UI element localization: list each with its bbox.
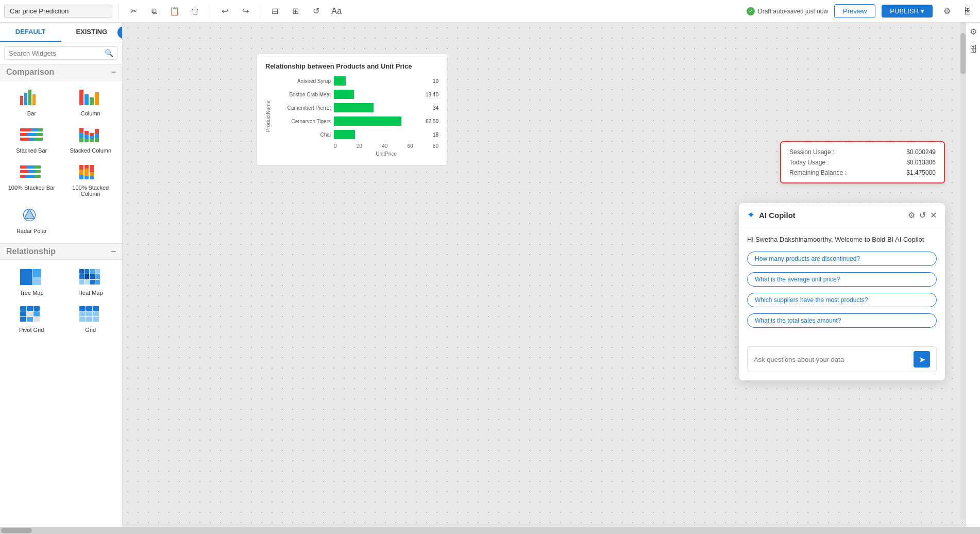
filter-icon[interactable]: ⊟ (266, 3, 283, 20)
column-icon (79, 90, 102, 108)
cut-icon[interactable]: ✂ (125, 3, 142, 20)
widget-100-stacked-column[interactable]: 100% Stacked Column (61, 159, 121, 202)
translate-icon[interactable]: Aa (328, 3, 345, 20)
widget-heatmap[interactable]: Heat Map (61, 264, 121, 301)
pivotgrid-label: Pivot Grid (19, 327, 44, 333)
treemap-label: Tree Map (20, 290, 44, 296)
layout-icon[interactable]: ⊞ (287, 3, 303, 20)
right-panel: ⚙ 🗄 (966, 23, 980, 527)
preview-button[interactable]: Preview (834, 4, 875, 18)
section-comparison: Comparison − (0, 64, 122, 80)
x-tick-2: 40 (382, 143, 387, 149)
widget-treemap[interactable]: Tree Map (2, 264, 61, 301)
auto-saved-text: Draft auto-saved just now (758, 8, 828, 15)
x-tick-1: 20 (357, 143, 362, 149)
ai-refresh-icon[interactable]: ↺ (919, 210, 926, 220)
y-axis-label: ProductName (265, 101, 271, 132)
vertical-scrollbar[interactable] (960, 23, 966, 520)
ai-panel-title: AI Copilot (759, 211, 904, 220)
stacked-bar-icon (20, 127, 43, 145)
bottom-scrollbar[interactable] (0, 527, 980, 534)
canvas-area[interactable]: Relationship between Products and Unit P… (123, 23, 966, 527)
bar-row-aniseed: Aniseed Syrup 10 (274, 76, 438, 86)
widget-bar[interactable]: Bar (2, 85, 61, 122)
divider-3 (260, 4, 260, 19)
bar-fill-0 (334, 76, 346, 86)
bar-label-3: Carnarvon Tigers (274, 119, 331, 124)
tab-existing[interactable]: EXISTING (61, 23, 123, 42)
ai-panel-body: Hi Swetha Dakshinamoorthy, Welcome to Bo… (739, 227, 945, 340)
delete-icon[interactable]: 🗑 (187, 3, 204, 20)
ai-suggestion-3[interactable]: What is the total sales amount? (747, 313, 937, 328)
x-tick-4: 80 (433, 143, 438, 149)
grid-label: Grid (85, 327, 96, 333)
widget-100-stacked-bar[interactable]: 100% Stacked Bar (2, 159, 61, 202)
refresh-icon[interactable]: ↺ (308, 3, 324, 20)
widget-pivotgrid[interactable]: Pivot Grid (2, 301, 61, 338)
comparison-collapse-icon[interactable]: − (111, 68, 116, 77)
pivotgrid-icon (20, 306, 43, 325)
ai-suggestion-1[interactable]: What is the average unit price? (747, 272, 937, 287)
100-stacked-bar-icon (20, 164, 43, 182)
treemap-icon (20, 269, 43, 288)
ai-suggestion-2[interactable]: Which suppliers have the most products? (747, 293, 937, 307)
section-relationship: Relationship − (0, 243, 122, 260)
bar-icon (20, 90, 43, 108)
publish-dropdown-icon[interactable]: ▾ (921, 7, 924, 15)
radar-polar-label: Radar Polar (16, 228, 47, 234)
search-icon: 🔍 (105, 49, 113, 57)
bar-label-0: Aniseed Syrup (274, 78, 331, 84)
database-icon[interactable]: 🗄 (959, 3, 976, 20)
ai-settings-icon[interactable]: ⚙ (908, 210, 915, 220)
ai-question-input[interactable] (754, 356, 909, 363)
bottom-scrollbar-thumb[interactable] (1, 528, 32, 533)
topbar: ✂ ⧉ 📋 🗑 ↩ ↪ ⊟ ⊞ ↺ Aa ✓ Draft auto-saved … (0, 0, 980, 23)
bar-value-1: 18.40 (426, 92, 438, 97)
heatmap-label: Heat Map (78, 290, 103, 296)
relationship-collapse-icon[interactable]: − (111, 247, 116, 256)
bar-row-chai: Chai 18 (274, 130, 438, 139)
app-title-input[interactable] (4, 5, 112, 18)
settings-icon[interactable]: ⚙ (939, 3, 955, 20)
bar-value-0: 10 (433, 78, 438, 84)
ai-suggestion-0[interactable]: How many products are discontinued? (747, 252, 937, 266)
search-input[interactable] (9, 49, 102, 57)
chart-widget: Relationship between Products and Unit P… (257, 54, 447, 165)
ai-panel-header: ✦ AI Copilot ⚙ ↺ ✕ (739, 203, 945, 227)
vertical-scrollbar-thumb[interactable] (960, 33, 966, 74)
bar-track-3 (334, 116, 420, 126)
bar-track-2 (334, 103, 428, 112)
radar-polar-icon (20, 207, 43, 226)
undo-icon[interactable]: ↩ (216, 3, 233, 20)
usage-row-today: Today Usage : $0.013306 (789, 159, 936, 166)
ai-close-icon[interactable]: ✕ (930, 210, 937, 220)
bar-value-2: 34 (433, 105, 438, 111)
widget-stacked-column[interactable]: Stacked Column (61, 122, 121, 159)
tab-default[interactable]: DEFAULT (0, 23, 61, 42)
copy-icon[interactable]: ⧉ (146, 3, 162, 20)
bar-row-boston: Boston Crab Meat 18.40 (274, 90, 438, 99)
stacked-bar-label: Stacked Bar (16, 147, 47, 154)
remaining-value: $1.475000 (906, 169, 936, 176)
paste-icon[interactable]: 📋 (166, 3, 183, 20)
relationship-label: Relationship (6, 247, 56, 256)
right-settings-icon[interactable]: ⚙ (970, 27, 977, 37)
x-axis: 0 20 40 60 80 (274, 143, 438, 149)
widget-column[interactable]: Column (61, 85, 121, 122)
session-value: $0.000249 (906, 148, 936, 156)
bar-label-1: Boston Crab Meat (274, 92, 331, 97)
bar-row-carnarvon: Carnarvon Tigers 62.50 (274, 116, 438, 126)
widget-radar-polar[interactable]: Radar Polar (2, 202, 61, 239)
redo-icon[interactable]: ↪ (237, 3, 254, 20)
right-database-icon[interactable]: 🗄 (969, 45, 977, 54)
x-axis-label: UnitPrice (274, 151, 438, 157)
widget-grid[interactable]: Grid (61, 301, 121, 338)
bar-fill-3 (334, 116, 401, 126)
comparison-widget-grid: Bar Column (0, 80, 122, 243)
widget-stacked-bar[interactable]: Stacked Bar (2, 122, 61, 159)
ai-send-button[interactable]: ➤ (914, 351, 930, 368)
grid-icon (79, 306, 102, 325)
bar-fill-1 (334, 90, 354, 99)
publish-button[interactable]: PUBLISH ▾ (882, 5, 933, 18)
bar-fill-4 (334, 130, 355, 139)
